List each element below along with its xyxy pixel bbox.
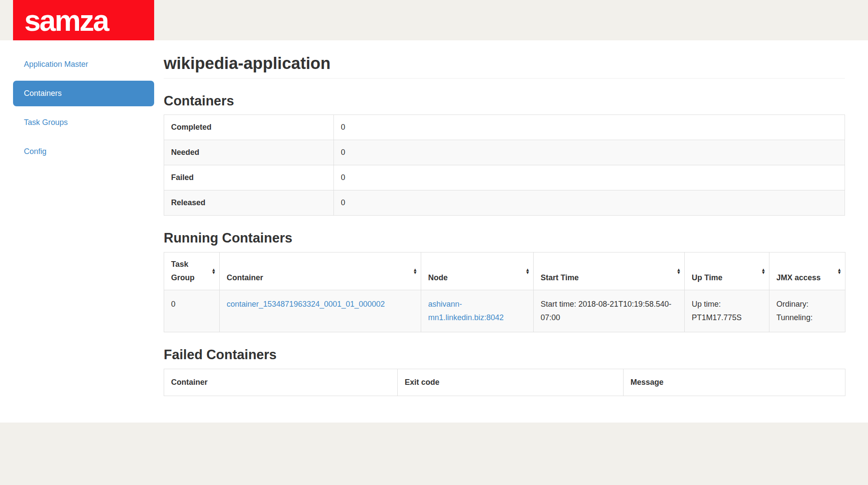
summary-label: Failed (164, 165, 334, 190)
sort-icon (526, 268, 529, 274)
summary-value: 0 (334, 190, 845, 216)
summary-label: Released (164, 190, 334, 216)
running-containers-heading: Running Containers (164, 230, 845, 246)
failed-containers-heading: Failed Containers (164, 347, 845, 363)
sort-icon (414, 268, 416, 274)
sort-icon (838, 268, 841, 274)
sidebar-item-config[interactable]: Config (13, 139, 154, 164)
summary-row-completed: Completed 0 (164, 115, 845, 140)
node-cell: ashivann-mn1.linkedin.biz:8042 (421, 290, 534, 332)
column-header-container[interactable]: Container (220, 252, 421, 290)
start-time-cell: Start time: 2018-08-21T10:19:58.540-07:0… (534, 290, 685, 332)
column-header-label: Start Time (541, 273, 579, 282)
column-header-label: Up Time (692, 273, 723, 282)
summary-value: 0 (334, 115, 845, 140)
column-header-node[interactable]: Node (421, 252, 534, 290)
sidebar-nav-list: Application Master Containers Task Group… (13, 52, 154, 164)
failed-containers-table: Container Exit code Message (164, 369, 845, 396)
column-header-jmx-access[interactable]: JMX access (769, 252, 845, 290)
container-link[interactable]: container_1534871963324_0001_01_000002 (227, 300, 385, 308)
column-header-start-time[interactable]: Start Time (534, 252, 685, 290)
running-container-row: 0 container_1534871963324_0001_01_000002… (164, 290, 845, 332)
containers-summary-heading: Containers (164, 93, 845, 109)
column-header-exit-code: Exit code (398, 369, 624, 396)
node-link[interactable]: ashivann-mn1.linkedin.biz:8042 (428, 300, 504, 322)
column-header-label: Node (428, 273, 448, 282)
summary-value: 0 (334, 140, 845, 165)
column-header-up-time[interactable]: Up Time (685, 252, 769, 290)
column-header-label: Task Group (171, 260, 195, 282)
containers-summary-table: Completed 0 Needed 0 Failed 0 Released 0 (164, 115, 845, 216)
sidebar-item-task-groups[interactable]: Task Groups (13, 110, 154, 135)
sort-icon (762, 268, 765, 274)
column-header-label: JMX access (776, 273, 821, 282)
summary-row-needed: Needed 0 (164, 140, 845, 165)
sidebar-nav: Application Master Containers Task Group… (13, 40, 154, 164)
top-header-bar: samza (0, 0, 868, 40)
jmx-ordinary-label: Ordinary: (776, 298, 838, 311)
task-group-cell: 0 (164, 290, 220, 332)
running-containers-section: Running Containers Task Group Container (164, 230, 845, 332)
sidebar-item-containers[interactable]: Containers (13, 81, 154, 106)
summary-row-released: Released 0 (164, 190, 845, 216)
failed-containers-section: Failed Containers Container Exit code Me… (164, 347, 845, 396)
summary-label: Needed (164, 140, 334, 165)
jmx-access-cell: Ordinary: Tunneling: (769, 290, 845, 332)
summary-value: 0 (334, 165, 845, 190)
sidebar-item-application-master[interactable]: Application Master (13, 52, 154, 77)
main-content: wikipedia-application Containers Complet… (164, 40, 845, 396)
column-header-message: Message (624, 369, 845, 396)
up-time-cell: Up time: PT1M17.775S (685, 290, 769, 332)
failed-containers-header-row: Container Exit code Message (164, 369, 845, 396)
summary-label: Completed (164, 115, 334, 140)
summary-row-failed: Failed 0 (164, 165, 845, 190)
containers-summary-section: Containers Completed 0 Needed 0 Failed 0 (164, 93, 845, 216)
jmx-tunneling-label: Tunneling: (776, 311, 838, 324)
running-containers-table: Task Group Container Node Start Tim (164, 252, 845, 332)
samza-logo[interactable]: samza (13, 0, 154, 40)
column-header-failed-container: Container (164, 369, 398, 396)
column-header-task-group[interactable]: Task Group (164, 252, 220, 290)
sort-icon (677, 268, 680, 274)
column-header-label: Container (227, 273, 263, 282)
sort-icon (212, 268, 215, 274)
page-title: wikipedia-application (164, 55, 845, 79)
content-area: Application Master Containers Task Group… (0, 40, 868, 423)
running-containers-header-row: Task Group Container Node Start Tim (164, 252, 845, 290)
container-cell: container_1534871963324_0001_01_000002 (220, 290, 421, 332)
